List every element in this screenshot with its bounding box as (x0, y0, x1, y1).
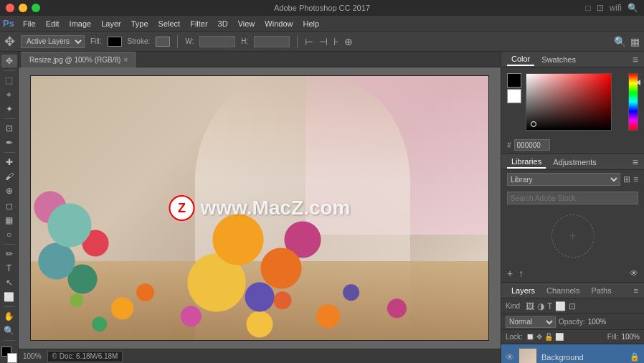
clone-tool[interactable]: ⊕ (1, 184, 17, 197)
hex-input[interactable] (514, 139, 550, 151)
hand-tool[interactable]: ✋ (1, 310, 17, 323)
shape-filter-icon[interactable]: ⬜ (555, 301, 566, 311)
width-input[interactable] (199, 36, 235, 47)
paths-tab[interactable]: Paths (587, 285, 616, 296)
color-tab[interactable]: Color (507, 53, 534, 66)
heal-tool[interactable]: ✚ (1, 156, 17, 169)
lib-sync-btn[interactable]: ↑ (518, 268, 524, 279)
channels-tab[interactable]: Channels (542, 285, 584, 296)
lib-list-view-icon[interactable]: ≡ (633, 174, 638, 184)
menu-view[interactable]: View (234, 18, 260, 29)
spectrum-area[interactable] (526, 73, 621, 131)
marquee-tool[interactable]: ⬚ (1, 74, 17, 87)
align-right-icon[interactable]: ⊦ (333, 36, 338, 47)
move-icon[interactable]: ✥ (4, 34, 15, 50)
main-layout: ✥ ⬚ ⌖ ✦ ⊡ ✒ ✚ 🖌 ⊕ ◻ ▦ ○ ✏ T ↖ ⬜ ✋ 🔍 (0, 52, 644, 363)
lock-all-icon[interactable]: 🔓 (544, 333, 553, 341)
text-tool[interactable]: T (1, 262, 17, 275)
menu-filter[interactable]: Filter (186, 18, 212, 29)
layer-lock-icon[interactable]: 🔒 (630, 352, 640, 362)
color-panel: Color Swatches ≡ (501, 52, 644, 154)
foreground-swatch[interactable] (507, 73, 521, 88)
fg-bg-swatches[interactable] (507, 73, 521, 131)
eraser-tool[interactable]: ◻ (1, 199, 17, 212)
blend-mode-select[interactable]: Normal (506, 316, 556, 328)
layers-options: Kind 🖼 ◑ T ⬜ ⊡ (501, 298, 644, 314)
menu-layer[interactable]: Layer (97, 18, 126, 29)
lasso-tool[interactable]: ⌖ (1, 88, 17, 101)
lock-position-icon[interactable]: ✥ (536, 333, 542, 341)
menu-select[interactable]: Select (154, 18, 185, 29)
stroke-color-box[interactable] (156, 37, 170, 47)
canvas-area: Resize.jpg @ 100% (RGB/8) × (19, 52, 501, 363)
layer-visibility-icon[interactable]: 👁 (506, 352, 514, 362)
swatches-tab[interactable]: Swatches (537, 54, 580, 65)
lib-grid-view-icon[interactable]: ⊞ (623, 174, 630, 184)
gradient-tool[interactable]: ▦ (1, 214, 17, 227)
window-title: Adobe Photoshop CC 2017 (274, 4, 370, 12)
adjustments-tab[interactable]: Adjustments (549, 156, 601, 168)
window-controls[interactable] (6, 4, 40, 12)
path-tool[interactable]: ↖ (1, 276, 17, 289)
crop-tool[interactable]: ⊡ (1, 122, 17, 135)
fill-color-box[interactable] (108, 37, 122, 47)
color-picker-area (501, 67, 644, 136)
spectrum-cursor[interactable] (531, 121, 536, 127)
hue-slider[interactable] (628, 73, 638, 131)
right-panel: Color Swatches ≡ (501, 52, 644, 363)
library-select[interactable]: Library (507, 173, 620, 186)
left-flowers (31, 154, 160, 333)
pixel-filter-icon[interactable]: 🖼 (526, 301, 534, 311)
background-color[interactable] (7, 353, 17, 363)
menu-window[interactable]: Window (260, 18, 297, 29)
color-spectrum[interactable] (526, 73, 612, 131)
background-swatch[interactable] (507, 89, 521, 103)
lock-pixels-icon[interactable]: 🔲 (526, 333, 534, 341)
move-tool[interactable]: ✥ (1, 55, 17, 67)
adjustment-filter-icon[interactable]: ◑ (537, 301, 544, 311)
canvas-tab[interactable]: Resize.jpg @ 100% (RGB/8) × (22, 52, 136, 67)
layout-icon[interactable]: ▦ (630, 36, 640, 47)
shape-tool[interactable]: ⬜ (1, 291, 17, 303)
close-button[interactable] (6, 4, 14, 12)
eyedropper-tool[interactable]: ✒ (1, 136, 17, 149)
type-filter-icon[interactable]: T (547, 301, 552, 311)
libraries-panel-menu[interactable]: ≡ (633, 156, 638, 168)
separator-1 (177, 35, 178, 48)
menu-help[interactable]: Help (298, 18, 323, 29)
wand-tool[interactable]: ✦ (1, 103, 17, 116)
menu-type[interactable]: Type (127, 18, 153, 29)
color-panel-menu[interactable]: ≡ (633, 54, 638, 65)
lib-add-btn[interactable]: + (507, 268, 513, 279)
color-boxes[interactable] (1, 346, 17, 363)
lib-eye-icon[interactable]: 👁 (630, 268, 638, 278)
menu-edit[interactable]: Edit (42, 18, 64, 29)
align-left-icon[interactable]: ⊢ (305, 36, 313, 47)
pen-tool[interactable]: ✏ (1, 248, 17, 260)
layers-panel-menu[interactable]: ≡ (634, 286, 638, 295)
libraries-tab[interactable]: Libraries (507, 156, 546, 169)
transform-icon[interactable]: ⊕ (344, 36, 353, 47)
brush-tool[interactable]: 🖌 (1, 170, 17, 183)
right-panel-container: Color Swatches ≡ (501, 52, 644, 363)
menu-image[interactable]: Image (65, 18, 96, 29)
align-center-icon[interactable]: ⊣ (319, 36, 328, 47)
search-panel-icon[interactable]: 🔍 (614, 36, 626, 47)
layers-tab[interactable]: Layers (507, 285, 539, 296)
lib-search-input[interactable] (507, 192, 638, 204)
dodge-tool[interactable]: ○ (1, 228, 17, 241)
smart-filter-icon[interactable]: ⊡ (569, 301, 576, 311)
hex-label: # (507, 141, 511, 149)
menu-3d[interactable]: 3D (214, 18, 232, 29)
canvas-tab-close[interactable]: × (123, 56, 128, 64)
search-icon[interactable]: 🔍 (628, 3, 638, 13)
menu-file[interactable]: File (19, 18, 40, 29)
maximize-button[interactable] (32, 4, 40, 12)
minimize-button[interactable] (19, 4, 27, 12)
active-layers-select[interactable]: Active Layers (21, 35, 85, 48)
layer-item[interactable]: 👁 Background 🔒 (501, 344, 644, 363)
lock-artboards-icon[interactable]: ⬜ (555, 333, 564, 341)
lib-add-circle[interactable]: + (551, 214, 595, 258)
zoom-tool[interactable]: 🔍 (1, 324, 17, 337)
height-input[interactable] (254, 36, 290, 47)
